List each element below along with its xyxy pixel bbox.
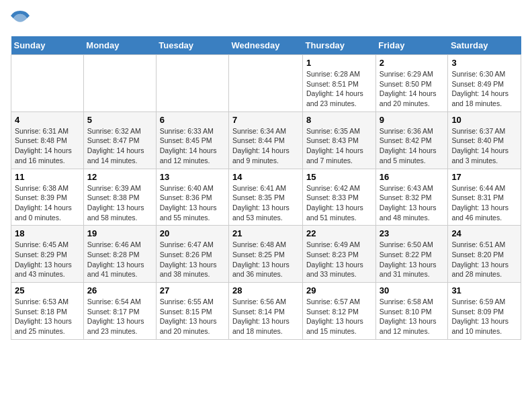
calendar-cell: 29Sunrise: 6:57 AMSunset: 8:12 PMDayligh… (303, 283, 376, 340)
day-number: 26 (87, 285, 152, 295)
calendar-cell: 21Sunrise: 6:48 AMSunset: 8:25 PMDayligh… (229, 226, 303, 283)
day-number: 9 (380, 115, 445, 125)
day-info: Sunrise: 6:46 AMSunset: 8:28 PMDaylight:… (87, 240, 152, 279)
calendar-cell: 25Sunrise: 6:53 AMSunset: 8:18 PMDayligh… (11, 283, 84, 340)
day-info: Sunrise: 6:56 AMSunset: 8:14 PMDaylight:… (232, 297, 299, 336)
calendar-week-3: 11Sunrise: 6:38 AMSunset: 8:39 PMDayligh… (11, 169, 521, 226)
calendar-cell: 2Sunrise: 6:29 AMSunset: 8:50 PMDaylight… (375, 55, 448, 112)
day-number: 4 (15, 115, 80, 125)
calendar-cell: 4Sunrise: 6:31 AMSunset: 8:48 PMDaylight… (11, 111, 84, 169)
calendar-cell: 18Sunrise: 6:45 AMSunset: 8:29 PMDayligh… (11, 226, 84, 283)
calendar-cell: 23Sunrise: 6:50 AMSunset: 8:22 PMDayligh… (375, 226, 448, 283)
day-info: Sunrise: 6:40 AMSunset: 8:36 PMDaylight:… (160, 183, 225, 223)
day-number: 31 (451, 285, 517, 295)
logo-icon (11, 11, 30, 30)
day-info: Sunrise: 6:29 AMSunset: 8:50 PMDaylight:… (380, 69, 445, 109)
day-number: 17 (451, 172, 517, 182)
calendar-week-1: 1Sunrise: 6:28 AMSunset: 8:51 PMDaylight… (11, 55, 521, 112)
day-number: 22 (306, 228, 372, 238)
day-info: Sunrise: 6:59 AMSunset: 8:09 PMDaylight:… (451, 297, 517, 336)
calendar-cell (229, 55, 303, 112)
day-info: Sunrise: 6:33 AMSunset: 8:45 PMDaylight:… (160, 126, 225, 166)
day-info: Sunrise: 6:58 AMSunset: 8:10 PMDaylight:… (380, 297, 445, 336)
day-number: 29 (306, 285, 372, 295)
day-number: 20 (160, 228, 225, 238)
day-info: Sunrise: 6:39 AMSunset: 8:38 PMDaylight:… (87, 183, 152, 223)
calendar-cell: 19Sunrise: 6:46 AMSunset: 8:28 PMDayligh… (83, 226, 156, 283)
calendar-cell: 10Sunrise: 6:37 AMSunset: 8:40 PMDayligh… (448, 111, 521, 169)
day-info: Sunrise: 6:34 AMSunset: 8:44 PMDaylight:… (232, 126, 299, 166)
calendar-cell (156, 55, 228, 112)
day-number: 30 (380, 285, 445, 295)
calendar-cell: 24Sunrise: 6:51 AMSunset: 8:20 PMDayligh… (448, 226, 521, 283)
calendar-cell (11, 55, 84, 112)
day-number: 7 (232, 115, 299, 125)
day-number: 12 (87, 172, 152, 182)
day-info: Sunrise: 6:50 AMSunset: 8:22 PMDaylight:… (380, 240, 445, 279)
calendar-cell: 22Sunrise: 6:49 AMSunset: 8:23 PMDayligh… (303, 226, 376, 283)
day-number: 2 (380, 58, 445, 68)
header-friday: Friday (375, 36, 448, 55)
calendar-cell: 9Sunrise: 6:36 AMSunset: 8:42 PMDaylight… (375, 111, 448, 169)
header-monday: Monday (83, 36, 156, 55)
calendar-cell (83, 55, 156, 112)
day-info: Sunrise: 6:30 AMSunset: 8:49 PMDaylight:… (451, 69, 517, 109)
day-info: Sunrise: 6:53 AMSunset: 8:18 PMDaylight:… (15, 297, 80, 336)
day-info: Sunrise: 6:43 AMSunset: 8:32 PMDaylight:… (380, 183, 445, 223)
calendar-cell: 5Sunrise: 6:32 AMSunset: 8:47 PMDaylight… (83, 111, 156, 169)
day-info: Sunrise: 6:28 AMSunset: 8:51 PMDaylight:… (306, 69, 372, 109)
day-number: 25 (15, 285, 80, 295)
day-number: 19 (87, 228, 152, 238)
day-number: 21 (232, 228, 299, 238)
header-sunday: Sunday (11, 36, 84, 55)
header-tuesday: Tuesday (156, 36, 228, 55)
day-number: 3 (451, 58, 517, 68)
day-info: Sunrise: 6:35 AMSunset: 8:43 PMDaylight:… (306, 126, 372, 166)
logo (11, 11, 32, 30)
day-info: Sunrise: 6:49 AMSunset: 8:23 PMDaylight:… (306, 240, 372, 279)
day-info: Sunrise: 6:36 AMSunset: 8:42 PMDaylight:… (380, 126, 445, 166)
calendar-week-2: 4Sunrise: 6:31 AMSunset: 8:48 PMDaylight… (11, 111, 521, 169)
calendar-cell: 1Sunrise: 6:28 AMSunset: 8:51 PMDaylight… (303, 55, 376, 112)
calendar-cell: 14Sunrise: 6:41 AMSunset: 8:35 PMDayligh… (229, 169, 303, 226)
day-number: 24 (451, 228, 517, 238)
calendar-cell: 26Sunrise: 6:54 AMSunset: 8:17 PMDayligh… (83, 283, 156, 340)
day-number: 18 (15, 228, 80, 238)
calendar-cell: 16Sunrise: 6:43 AMSunset: 8:32 PMDayligh… (375, 169, 448, 226)
calendar-header-row: SundayMondayTuesdayWednesdayThursdayFrid… (11, 36, 521, 55)
day-info: Sunrise: 6:32 AMSunset: 8:47 PMDaylight:… (87, 126, 152, 166)
day-info: Sunrise: 6:41 AMSunset: 8:35 PMDaylight:… (232, 183, 299, 223)
day-info: Sunrise: 6:55 AMSunset: 8:15 PMDaylight:… (160, 297, 225, 336)
calendar-cell: 31Sunrise: 6:59 AMSunset: 8:09 PMDayligh… (448, 283, 521, 340)
day-info: Sunrise: 6:57 AMSunset: 8:12 PMDaylight:… (306, 297, 372, 336)
calendar-cell: 15Sunrise: 6:42 AMSunset: 8:33 PMDayligh… (303, 169, 376, 226)
calendar-cell: 28Sunrise: 6:56 AMSunset: 8:14 PMDayligh… (229, 283, 303, 340)
day-info: Sunrise: 6:42 AMSunset: 8:33 PMDaylight:… (306, 183, 372, 223)
calendar-cell: 27Sunrise: 6:55 AMSunset: 8:15 PMDayligh… (156, 283, 228, 340)
calendar-cell: 12Sunrise: 6:39 AMSunset: 8:38 PMDayligh… (83, 169, 156, 226)
day-number: 16 (380, 172, 445, 182)
day-number: 6 (160, 115, 225, 125)
day-number: 13 (160, 172, 225, 182)
header-thursday: Thursday (303, 36, 376, 55)
calendar-week-4: 18Sunrise: 6:45 AMSunset: 8:29 PMDayligh… (11, 226, 521, 283)
day-info: Sunrise: 6:37 AMSunset: 8:40 PMDaylight:… (451, 126, 517, 166)
calendar-cell: 13Sunrise: 6:40 AMSunset: 8:36 PMDayligh… (156, 169, 228, 226)
day-number: 23 (380, 228, 445, 238)
calendar-cell: 11Sunrise: 6:38 AMSunset: 8:39 PMDayligh… (11, 169, 84, 226)
day-number: 14 (232, 172, 299, 182)
calendar-cell: 20Sunrise: 6:47 AMSunset: 8:26 PMDayligh… (156, 226, 228, 283)
calendar-cell: 8Sunrise: 6:35 AMSunset: 8:43 PMDaylight… (303, 111, 376, 169)
header-wednesday: Wednesday (229, 36, 303, 55)
day-info: Sunrise: 6:44 AMSunset: 8:31 PMDaylight:… (451, 183, 517, 223)
day-info: Sunrise: 6:47 AMSunset: 8:26 PMDaylight:… (160, 240, 225, 279)
day-info: Sunrise: 6:54 AMSunset: 8:17 PMDaylight:… (87, 297, 152, 336)
day-info: Sunrise: 6:51 AMSunset: 8:20 PMDaylight:… (451, 240, 517, 279)
calendar-cell: 17Sunrise: 6:44 AMSunset: 8:31 PMDayligh… (448, 169, 521, 226)
day-number: 1 (306, 58, 372, 68)
calendar-cell: 30Sunrise: 6:58 AMSunset: 8:10 PMDayligh… (375, 283, 448, 340)
day-number: 15 (306, 172, 372, 182)
day-number: 8 (306, 115, 372, 125)
day-number: 28 (232, 285, 299, 295)
day-info: Sunrise: 6:48 AMSunset: 8:25 PMDaylight:… (232, 240, 299, 279)
